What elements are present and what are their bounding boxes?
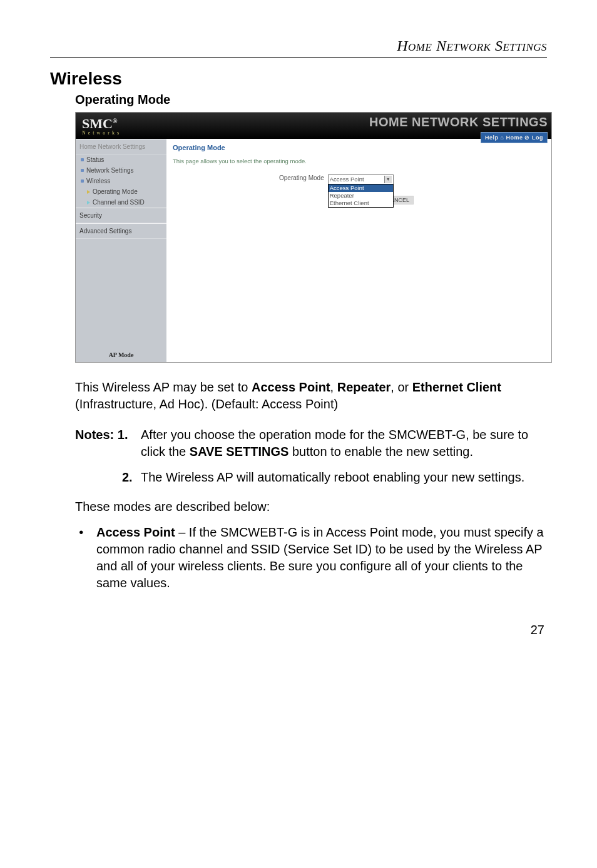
- subsection-heading-operating-mode: Operating Mode: [75, 93, 547, 107]
- operating-mode-select[interactable]: Access Point ▼: [328, 174, 394, 184]
- sidebar-item-network-settings[interactable]: Network Settings: [76, 165, 166, 176]
- sidebar-item-label: Wireless: [86, 178, 110, 184]
- note-number-1: 1.: [118, 428, 128, 442]
- note-number-2: 2.: [122, 470, 133, 484]
- logo-subtext: N e t w o r k s: [82, 130, 173, 136]
- logo-text: SMC®: [82, 116, 173, 129]
- operating-mode-options: Access Point Repeater Ethernet Client: [328, 184, 394, 208]
- option-repeater[interactable]: Repeater: [329, 192, 393, 199]
- chevron-down-icon: ▼: [384, 176, 392, 183]
- modes-list: Access Point – If the SMCWEBT-G is in Ac…: [75, 524, 547, 592]
- sidebar-item-operating-mode[interactable]: Operating Mode: [76, 186, 166, 197]
- admin-title-text: HOME NETWORK SETTINGS: [369, 115, 548, 129]
- notes-label: Notes:: [75, 428, 118, 442]
- sidebar-item-wireless[interactable]: Wireless: [76, 176, 166, 186]
- sidebar-section-home-network[interactable]: Home Network Settings: [76, 139, 166, 154]
- note-2-text: The Wireless AP will automatically reboo…: [141, 469, 547, 486]
- header-rule: [50, 57, 547, 58]
- sidebar-ap-mode-caption: AP Mode: [76, 351, 166, 362]
- sidebar-item-label: Operating Mode: [93, 188, 138, 195]
- page-header: Home Network Settings: [50, 38, 547, 54]
- sidebar-section-security[interactable]: Security: [76, 208, 166, 223]
- main-content: Operating Mode This page allows you to s…: [166, 139, 551, 362]
- sidebar-section-advanced[interactable]: Advanced Settings: [76, 223, 166, 239]
- page-number: 27: [50, 623, 547, 637]
- arrow-icon: [87, 190, 90, 194]
- content-description: This page allows you to select the opera…: [173, 158, 545, 164]
- sidebar-item-channel-ssid[interactable]: Channel and SSID: [76, 197, 166, 208]
- logo-sup: ®: [113, 118, 117, 124]
- sidebar-item-label: Network Settings: [86, 167, 134, 174]
- admin-ui-screenshot: SMC® N e t w o r k s HOME NETWORK SETTIN…: [75, 112, 552, 363]
- option-access-point[interactable]: Access Point: [329, 184, 393, 192]
- sidebar: Home Network Settings Status Network Set…: [76, 139, 166, 362]
- admin-header: SMC® N e t w o r k s HOME NETWORK SETTIN…: [76, 113, 551, 139]
- option-ethernet-client[interactable]: Ethernet Client: [329, 199, 393, 207]
- bullet-icon: [81, 179, 84, 183]
- notes-block: Notes: 1. After you choose the operation…: [75, 426, 547, 486]
- section-heading-wireless: Wireless: [50, 69, 547, 89]
- sidebar-item-status[interactable]: Status: [76, 154, 166, 165]
- sidebar-item-label: Channel and SSID: [93, 199, 145, 206]
- arrow-icon: [87, 201, 90, 204]
- logo: SMC® N e t w o r k s: [76, 113, 173, 139]
- operating-mode-label: Operating Mode: [279, 174, 324, 181]
- bullet-icon: [81, 169, 84, 172]
- content-heading: Operating Mode: [173, 144, 545, 151]
- note-1-text: After you choose the operation mode for …: [141, 426, 547, 460]
- sidebar-item-label: Status: [86, 156, 104, 163]
- modes-intro: These modes are described below:: [75, 500, 547, 514]
- paragraph-intro: This Wireless AP may be set to Access Po…: [75, 379, 547, 413]
- select-value: Access Point: [330, 175, 364, 184]
- bullet-icon: [81, 158, 84, 161]
- mode-access-point: Access Point – If the SMCWEBT-G is in Ac…: [94, 524, 547, 592]
- admin-page-title: HOME NETWORK SETTINGS Help ⌂ Home ⊘ Log: [173, 113, 551, 139]
